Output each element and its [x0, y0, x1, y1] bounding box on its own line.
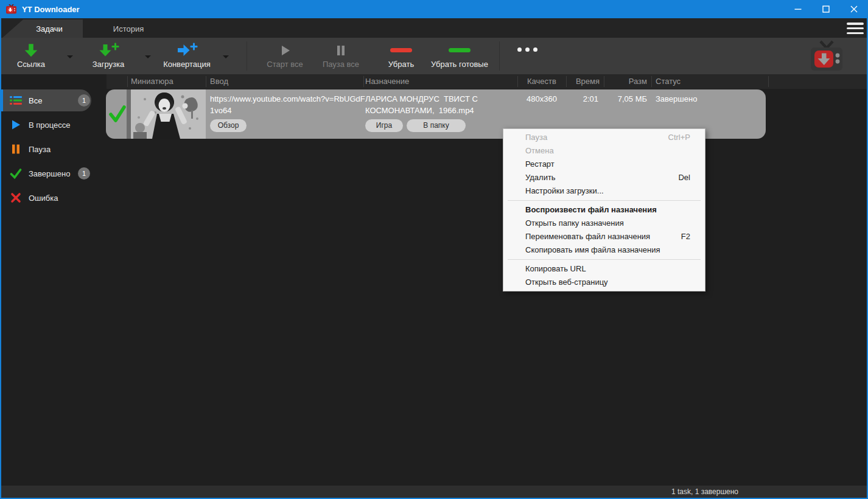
toolbar-separator: [499, 41, 500, 71]
video-thumbnail: [127, 89, 206, 139]
link-dropdown-chevron[interactable]: [62, 41, 78, 72]
task-quality: 480x360: [517, 94, 566, 103]
menu-item-open-destination-folder[interactable]: Открыть папку назначения: [503, 217, 705, 230]
error-cross-icon: [10, 192, 22, 204]
more-button[interactable]: [513, 47, 542, 79]
task-size: 7,05 МБ: [604, 94, 647, 103]
remove-button[interactable]: Убрать: [374, 41, 429, 72]
maximize-button[interactable]: [812, 0, 840, 18]
task-url: https://www.youtube.com/watch?v=RbUGdF1v…: [210, 93, 365, 116]
menu-item-copy-destination-filename[interactable]: Скопировать имя файла назначения: [503, 243, 705, 257]
sidebar-item-completed[interactable]: Завершено 1: [1, 161, 106, 186]
toolbar-separator: [247, 41, 247, 71]
status-summary: 1 task, 1 завершено: [671, 486, 738, 498]
window-title: YT Downloader: [22, 5, 80, 14]
sidebar-item-paused[interactable]: Пауза: [1, 137, 106, 161]
count-badge: 1: [78, 167, 90, 180]
statusbar: 1 task, 1 завершено: [1, 486, 867, 498]
titlebar: YT Downloader: [0, 0, 868, 18]
column-header-size[interactable]: Разм: [604, 74, 647, 89]
menu-item-rename-destination-file[interactable]: Переименовать файл назначенияF2: [503, 230, 705, 243]
menu-item-play-destination-file[interactable]: Воспроизвести файл назначения: [503, 203, 705, 217]
add-link-button[interactable]: Ссылка: [6, 41, 56, 72]
menu-item-cancel: Отмена: [503, 144, 705, 158]
menu-item-delete[interactable]: УдалитьDel: [503, 171, 705, 184]
app-window: YT Downloader Задачи История Ссылка: [0, 0, 868, 499]
close-button[interactable]: [840, 0, 868, 18]
check-icon: [10, 167, 22, 180]
add-link-icon: [23, 41, 39, 60]
remove-completed-button[interactable]: Убрать готовые: [425, 41, 494, 72]
convert-icon: [176, 41, 198, 60]
add-download-button[interactable]: Загрузка: [83, 41, 134, 72]
menu-item-copy-url[interactable]: Копировать URL: [503, 262, 705, 276]
remove-completed-dash-icon: [449, 41, 471, 60]
toolbar: Ссылка Загрузка Конвертаци: [1, 38, 867, 74]
menu-separator: [508, 200, 701, 201]
play-icon: [278, 41, 292, 60]
remove-dash-icon: [390, 41, 412, 60]
column-header-status[interactable]: Статус: [656, 74, 681, 89]
pause-icon: [334, 41, 348, 60]
table-header: Миниатюра Ввод Назначение Качеств Время …: [107, 74, 867, 89]
tv-download-icon: [809, 40, 844, 72]
tab-history[interactable]: История: [83, 19, 174, 38]
play-icon: [10, 119, 22, 131]
menu-item-pause: ПаузаCtrl+P: [503, 131, 705, 144]
window-controls: [784, 0, 868, 18]
hamburger-menu-icon[interactable]: [847, 23, 864, 34]
menu-separator: [508, 259, 701, 260]
colored-list-icon: [10, 94, 22, 106]
completed-check-icon: [108, 104, 127, 126]
ellipsis-icon: [517, 47, 537, 52]
sidebar-item-error[interactable]: Ошибка: [1, 186, 106, 210]
pause-all-button: Пауза все: [313, 41, 369, 72]
add-download-icon: [97, 41, 119, 60]
play-file-button[interactable]: Игра: [365, 119, 403, 132]
column-header-thumbnail[interactable]: Миниатюра: [131, 74, 173, 89]
task-status: Завершено: [656, 94, 697, 103]
column-header-destination[interactable]: Назначение: [365, 74, 409, 89]
download-dropdown-chevron[interactable]: [140, 41, 156, 72]
convert-dropdown-chevron[interactable]: [218, 41, 234, 72]
browse-button[interactable]: Обзор: [210, 119, 247, 132]
app-tv-icon: [5, 4, 17, 14]
menu-item-open-webpage[interactable]: Открыть веб-страницу: [503, 276, 705, 289]
count-badge: 1: [78, 94, 90, 106]
app-logo-button[interactable]: [808, 39, 845, 73]
pause-icon: [10, 143, 22, 155]
menu-item-download-settings[interactable]: Настройки загрузки...: [503, 184, 705, 198]
open-folder-button[interactable]: В папку: [407, 119, 466, 132]
window-border: [0, 18, 1, 499]
task-time: 2:01: [566, 94, 598, 103]
convert-button[interactable]: Конвертация: [158, 41, 215, 72]
minimize-button[interactable]: [784, 0, 812, 18]
start-all-button: Старт все: [257, 41, 313, 72]
tabbar: Задачи История: [0, 18, 868, 38]
column-header-input[interactable]: Ввод: [210, 74, 228, 89]
sidebar-item-all[interactable]: Все 1: [1, 88, 106, 113]
sidebar-item-in-progress[interactable]: В процессе: [1, 113, 106, 137]
task-destination: ЛАРИСА МОНДРУС ТВИСТ СКОСМОНАВТАМИ, 1966…: [365, 93, 478, 116]
menu-item-restart[interactable]: Рестарт: [503, 158, 705, 171]
tab-tasks[interactable]: Задачи: [2, 19, 83, 38]
column-header-time[interactable]: Время: [566, 74, 600, 89]
context-menu: ПаузаCtrl+P Отмена Рестарт УдалитьDel На…: [503, 128, 705, 291]
